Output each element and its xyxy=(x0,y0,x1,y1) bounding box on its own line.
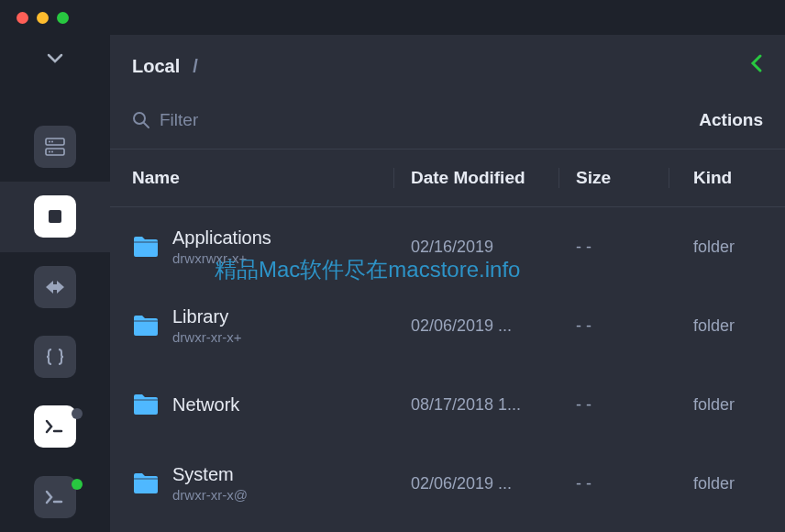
table-row[interactable]: Network 08/17/2018 1... - - folder xyxy=(110,365,785,444)
file-permissions: drwxr-xr-x+ xyxy=(172,329,241,345)
breadcrumb-separator: / xyxy=(193,56,198,77)
file-date: 08/17/2018 1... xyxy=(394,395,559,415)
sidebar xyxy=(0,35,110,532)
filter-input[interactable] xyxy=(160,110,343,130)
file-name: Applications xyxy=(172,227,271,249)
file-size: - - xyxy=(559,316,669,336)
file-permissions: drwxr-xr-x@ xyxy=(172,487,248,503)
column-header-date[interactable]: Date Modified xyxy=(394,168,559,188)
chevron-down-icon xyxy=(47,53,63,64)
breadcrumb[interactable]: Local / xyxy=(132,56,198,77)
files-icon xyxy=(34,195,76,238)
file-date: 02/06/2019 ... xyxy=(394,316,559,336)
sidebar-item-files[interactable] xyxy=(0,182,110,251)
svg-point-2 xyxy=(49,141,50,143)
minimize-window-button[interactable] xyxy=(37,12,49,24)
column-header-size[interactable]: Size xyxy=(559,168,669,188)
file-name: System xyxy=(172,464,248,485)
file-permissions: drwxrwxr-x+ xyxy=(172,250,271,266)
servers-icon xyxy=(34,126,76,168)
sidebar-item-terminal-2[interactable] xyxy=(0,462,110,532)
file-date: 02/16/2019 xyxy=(394,238,559,257)
svg-point-3 xyxy=(51,141,53,143)
zoom-window-button[interactable] xyxy=(57,12,69,24)
sidebar-item-sync[interactable] xyxy=(0,252,110,322)
close-window-button[interactable] xyxy=(17,12,28,24)
file-kind: folder xyxy=(669,316,785,336)
column-header-name[interactable]: Name xyxy=(110,168,394,188)
table-row[interactable]: System drwxr-xr-x@ 02/06/2019 ... - - fo… xyxy=(110,444,785,523)
table-row[interactable]: Applications drwxrwxr-x+ 02/16/2019 - - … xyxy=(110,207,785,286)
svg-rect-6 xyxy=(49,210,61,223)
table-header: Name Date Modified Size Kind xyxy=(110,149,785,207)
filter-box[interactable] xyxy=(132,110,343,130)
file-name: Library xyxy=(172,306,241,327)
folder-icon xyxy=(132,235,160,259)
column-header-kind[interactable]: Kind xyxy=(669,168,785,188)
table-row[interactable]: Library drwxr-xr-x+ 02/06/2019 ... - - f… xyxy=(110,286,785,365)
chevron-left-icon xyxy=(750,53,763,73)
svg-line-10 xyxy=(144,123,149,127)
titlebar xyxy=(0,0,785,35)
file-kind: folder xyxy=(669,238,785,257)
breadcrumb-root: Local xyxy=(132,56,180,77)
sync-icon xyxy=(34,266,76,308)
status-badge xyxy=(72,479,83,490)
back-button[interactable] xyxy=(750,53,763,79)
braces-icon xyxy=(34,336,76,378)
terminal-icon xyxy=(34,405,76,448)
status-badge xyxy=(72,408,83,419)
file-kind: folder xyxy=(669,474,785,493)
file-size: - - xyxy=(559,395,669,415)
folder-icon xyxy=(132,471,160,495)
actions-button[interactable]: Actions xyxy=(699,110,763,130)
sidebar-item-snippets[interactable] xyxy=(0,322,110,392)
file-date: 02/06/2019 ... xyxy=(394,474,559,493)
terminal-icon xyxy=(34,476,76,518)
file-list: Applications drwxrwxr-x+ 02/16/2019 - - … xyxy=(110,207,785,532)
sidebar-item-servers[interactable] xyxy=(0,112,110,182)
svg-point-5 xyxy=(51,151,53,153)
svg-point-4 xyxy=(49,151,50,153)
folder-icon xyxy=(132,314,160,338)
file-size: - - xyxy=(559,474,669,493)
svg-point-9 xyxy=(134,113,145,124)
sidebar-dropdown[interactable] xyxy=(47,51,63,68)
main-panel: Local / Actions Name Date Modified S xyxy=(110,35,785,532)
sidebar-item-terminal[interactable] xyxy=(0,392,110,461)
search-icon xyxy=(132,111,150,129)
file-size: - - xyxy=(559,238,669,257)
folder-icon xyxy=(132,393,160,416)
file-kind: folder xyxy=(669,395,785,415)
file-name: Network xyxy=(172,394,239,416)
